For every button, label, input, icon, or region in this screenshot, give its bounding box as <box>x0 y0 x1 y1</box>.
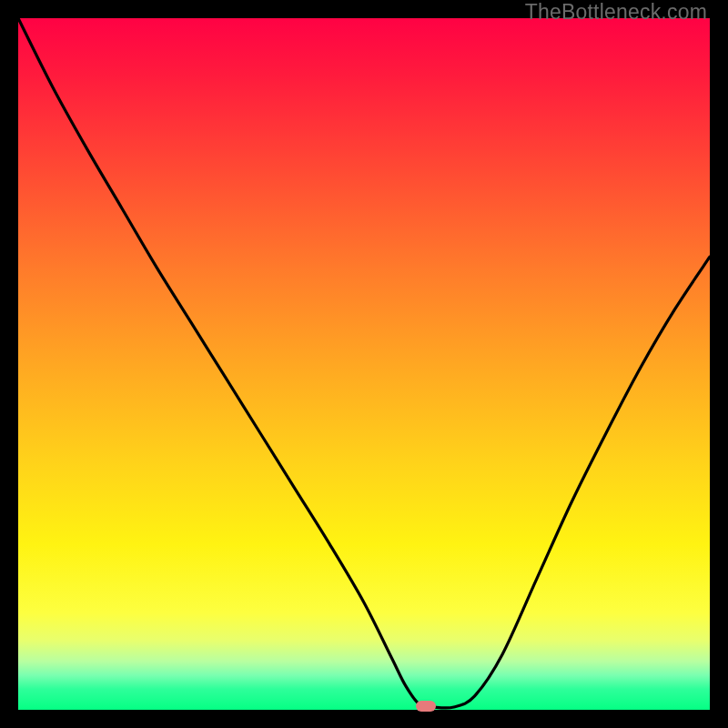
chart-frame: TheBottleneck.com <box>0 0 728 728</box>
plot-area <box>18 18 710 710</box>
watermark-text: TheBottleneck.com <box>525 0 707 25</box>
bottleneck-curve <box>18 18 710 710</box>
optimal-point-marker <box>416 701 436 712</box>
